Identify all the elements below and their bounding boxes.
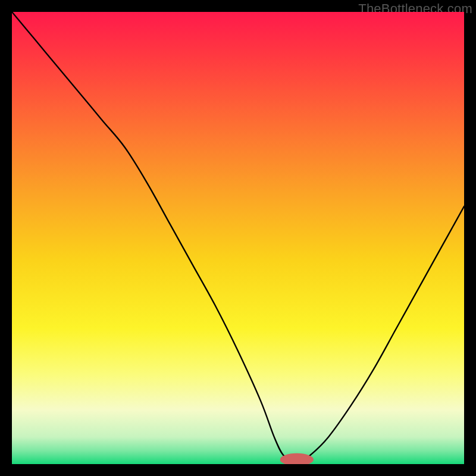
plot-background	[12, 12, 464, 464]
bottleneck-chart	[12, 12, 464, 464]
chart-frame: TheBottleneck.com	[0, 0, 476, 476]
